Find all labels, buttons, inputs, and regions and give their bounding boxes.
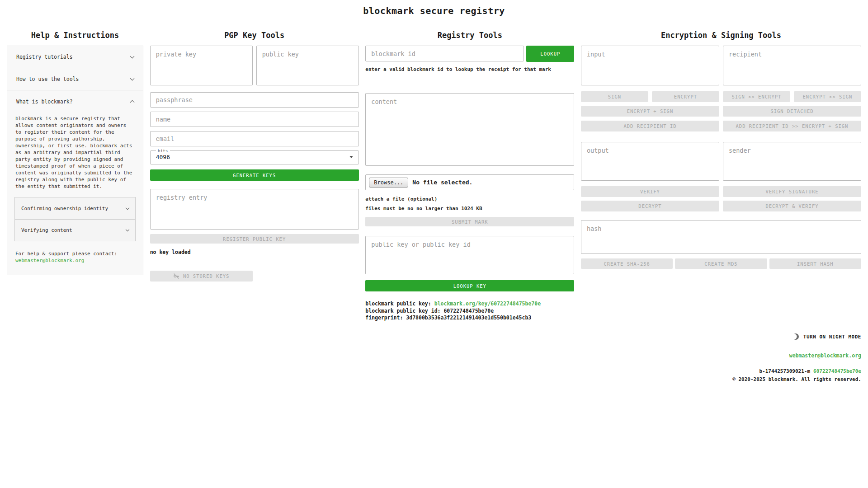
file-status-text: No file selected. — [412, 179, 472, 186]
chevron-down-icon — [126, 206, 129, 209]
registry-column-header: Registry Tools — [365, 31, 574, 40]
register-public-key-button[interactable]: REGISTER PUBLIC KEY — [150, 234, 359, 244]
key-info-block: blockmark public key: blockmark.org/key/… — [365, 300, 574, 322]
content-textarea[interactable] — [365, 93, 574, 166]
key-status-text: no key loaded — [150, 249, 359, 255]
hash-textarea[interactable] — [581, 220, 861, 254]
attach-file-hint: attach a file (optional) — [365, 196, 574, 202]
decrypt-verify-button[interactable]: DECRYPT & VERIFY — [723, 201, 861, 211]
hash-button-row: CREATE SHA-256 CREATE MD5 INSERT HASH — [581, 258, 861, 269]
accordion-label: Verifying content — [21, 227, 72, 233]
accordion-label: Confirming ownership identity — [21, 206, 108, 211]
private-key-textarea[interactable] — [150, 46, 253, 85]
crypto-column: Encryption & Signing Tools SIGN ENCRYPT … — [581, 21, 861, 269]
generate-keys-button[interactable]: GENERATE KEYS — [150, 169, 359, 181]
moon-icon — [792, 333, 799, 340]
footer: TURN ON NIGHT MODE webmaster@blockmark.o… — [732, 333, 861, 382]
accordion-label: Registry tutorials — [16, 54, 73, 60]
accordion-verifying-content[interactable]: Verifying content — [15, 219, 135, 241]
sign-button[interactable]: SIGN — [581, 91, 648, 102]
build-key-id: 60722748475be70e — [813, 368, 861, 374]
help-panel: Registry tutorials How to use the tools … — [7, 46, 143, 275]
sender-textarea[interactable] — [723, 142, 861, 181]
add-recipient-id-encrypt-sign-button[interactable]: ADD RECIPIENT ID >> ENCRYPT + SIGN — [723, 121, 861, 131]
sub-accordion-group: Confirming ownership identity Verifying … — [14, 197, 136, 241]
no-stored-keys-button[interactable]: NO STORED KEYS — [150, 271, 253, 282]
registry-entry-textarea[interactable] — [150, 189, 359, 230]
blockmark-id-input[interactable] — [365, 46, 524, 61]
sign-detached-button[interactable]: SIGN DETACHED — [723, 106, 861, 117]
no-stored-keys-label: NO STORED KEYS — [183, 273, 230, 279]
crypto-button-row-2: ENCRYPT + SIGN SIGN DETACHED — [581, 106, 861, 117]
page-title: blockmark secure registry — [6, 5, 862, 16]
crypto-column-header: Encryption & Signing Tools — [581, 31, 861, 40]
lookup-key-button[interactable]: LOOKUP KEY — [365, 280, 574, 291]
pgp-column-header: PGP Key Tools — [150, 31, 359, 40]
accordion-how-to-use[interactable]: How to use the tools — [7, 68, 143, 90]
build-info-line: b-1744257309021-m 60722748475be70e — [732, 368, 861, 374]
decrypt-button[interactable]: DECRYPT — [581, 201, 719, 211]
support-text: For help & support please contact: — [15, 251, 117, 257]
key-off-icon — [173, 273, 179, 279]
chevron-down-icon — [126, 228, 129, 231]
support-email-link[interactable]: webmaster@blockmark.org — [15, 258, 84, 263]
verify-button[interactable]: VERIFY — [581, 186, 719, 197]
verify-signature-button[interactable]: VERIFY SIGNATURE — [723, 186, 861, 197]
caret-down-icon — [349, 156, 353, 158]
add-recipient-id-button[interactable]: ADD RECIPIENT ID — [581, 121, 719, 131]
output-textarea[interactable] — [581, 142, 719, 181]
blockmark-id-row: LOOKUP — [365, 46, 574, 62]
insert-hash-button[interactable]: INSERT HASH — [769, 258, 861, 269]
public-key-label: blockmark public key: — [365, 300, 431, 308]
accordion-registry-tutorials[interactable]: Registry tutorials — [7, 46, 143, 68]
night-mode-toggle[interactable]: TURN ON NIGHT MODE — [732, 333, 861, 340]
accordion-label: How to use the tools — [16, 76, 79, 82]
accordion-confirming-ownership[interactable]: Confirming ownership identity — [15, 197, 135, 219]
public-key-lookup-textarea[interactable] — [365, 236, 574, 274]
public-key-link[interactable]: blockmark.org/key/60722748475be70e — [434, 300, 541, 308]
create-md5-button[interactable]: CREATE MD5 — [675, 258, 767, 269]
lookup-hint-text: enter a valid blockmark id to lookup the… — [365, 66, 574, 72]
crypto-decrypt-row: DECRYPT DECRYPT & VERIFY — [581, 201, 861, 211]
email-input[interactable] — [150, 131, 359, 146]
copyright-text: © 2020-2025 blockmark. All rights reserv… — [732, 376, 861, 382]
fingerprint-line: fingerprint: 3d7800b3536a3f22121491403e1… — [365, 314, 574, 322]
blockmark-public-key-line: blockmark public key: blockmark.org/key/… — [365, 300, 574, 308]
webmaster-email-link[interactable]: webmaster@blockmark.org — [789, 352, 861, 359]
file-input[interactable]: Browse... No file selected. — [365, 174, 574, 190]
passphrase-input[interactable] — [150, 92, 359, 108]
bits-select[interactable]: 4096 — [156, 153, 353, 161]
pgp-key-textareas — [150, 46, 359, 85]
accordion-label: What is blockmark? — [16, 99, 73, 105]
public-key-textarea[interactable] — [256, 46, 359, 85]
registry-column: Registry Tools LOOKUP enter a valid bloc… — [365, 21, 574, 322]
encrypt-then-sign-button[interactable]: ENCRYPT >> SIGN — [794, 91, 861, 102]
file-size-hint: files must be no no larger than 1024 KB — [365, 206, 574, 211]
crypto-input-textarea[interactable] — [581, 46, 719, 85]
browse-button[interactable]: Browse... — [369, 178, 408, 188]
accordion-what-is-blockmark[interactable]: What is blockmark? — [7, 90, 143, 113]
sign-then-encrypt-button[interactable]: SIGN >> ENCRYPT — [723, 91, 790, 102]
help-column: Help & Instructions Registry tutorials H… — [7, 21, 143, 275]
encrypt-plus-sign-button[interactable]: ENCRYPT + SIGN — [581, 106, 719, 117]
support-contact: For help & support please contact: webma… — [15, 250, 135, 264]
pgp-column: PGP Key Tools bits 4096 GENERATE KEYS RE… — [150, 21, 359, 282]
bits-value: 4096 — [156, 154, 170, 160]
lookup-button[interactable]: LOOKUP — [526, 46, 574, 62]
main-columns: Help & Instructions Registry tutorials H… — [0, 21, 868, 322]
crypto-button-row-1: SIGN ENCRYPT SIGN >> ENCRYPT ENCRYPT >> … — [581, 91, 861, 102]
encrypt-button[interactable]: ENCRYPT — [652, 91, 719, 102]
site-header: blockmark secure registry — [6, 0, 862, 21]
bits-select-fieldset: bits 4096 — [150, 148, 359, 164]
crypto-button-row-3: ADD RECIPIENT ID ADD RECIPIENT ID >> ENC… — [581, 121, 861, 131]
name-input[interactable] — [150, 112, 359, 127]
build-id: b-1744257309021-m — [759, 368, 810, 374]
night-mode-label: TURN ON NIGHT MODE — [803, 334, 861, 340]
crypto-verify-row: VERIFY VERIFY SIGNATURE — [581, 186, 861, 197]
create-sha256-button[interactable]: CREATE SHA-256 — [581, 258, 673, 269]
crypto-input-row — [581, 46, 861, 85]
crypto-output-row — [581, 142, 861, 181]
submit-mark-button[interactable]: SUBMIT MARK — [365, 217, 574, 226]
about-blockmark-text: blockmark is a secure registry that allo… — [15, 115, 135, 190]
recipient-textarea[interactable] — [723, 46, 861, 85]
